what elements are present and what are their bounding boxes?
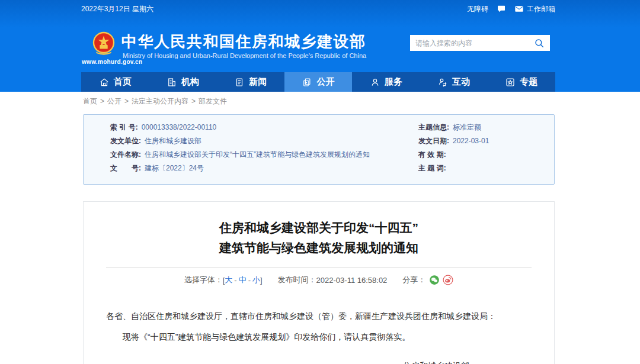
special-topic-icon <box>505 77 516 88</box>
article-meta-row: 选择字体：[大-中-小] 发布时间：2022-03-11 16:58:02 分享… <box>106 275 532 285</box>
article-container: 住房和城乡建设部关于印发“十四五” 建筑节能与绿色建筑发展规划的通知 选择字体：… <box>83 201 555 364</box>
nav-item-news[interactable]: 新闻 <box>217 72 284 92</box>
title-divider <box>106 267 532 268</box>
font-size-large[interactable]: 大 <box>225 275 232 285</box>
nav-item-home[interactable]: 首页 <box>81 72 149 92</box>
current-date: 2022年3月12日 星期六 <box>81 4 153 14</box>
font-size-medium[interactable]: 中 <box>239 275 247 285</box>
interaction-icon <box>437 77 448 88</box>
paragraph-addressees: 各省、自治区住房和城乡建设厅，直辖市住房和城乡建设（管）委，新疆生产建设兵团住房… <box>106 310 532 322</box>
search-input[interactable] <box>415 39 534 47</box>
article-body: 各省、自治区住房和城乡建设厅，直辖市住房和城乡建设（管）委，新疆生产建设兵团住房… <box>106 310 532 343</box>
accessibility-link[interactable]: 无障碍 <box>467 4 488 14</box>
info-row-index-number: 索 引 号:000013338/2022-00110 <box>110 124 418 131</box>
doc-info-right-column: 主题信息:标准定额 发文日期:2022-03-01 有 效 期: 主 题 词: <box>418 124 554 184</box>
paragraph-main: 现将《“十四五”建筑节能与绿色建筑发展规划》印发给你们，请认真贯彻落实。 <box>106 331 532 343</box>
mail-icon <box>514 4 524 14</box>
nav-item-organization[interactable]: 机构 <box>149 72 216 92</box>
share-label: 分享： <box>402 275 425 285</box>
publish-time-label: 发布时间： <box>278 275 316 285</box>
home-icon <box>99 77 110 88</box>
nav-item-special-topic[interactable]: 专题 <box>488 72 555 92</box>
search-box <box>410 35 550 51</box>
site-title: 中华人民共和国住房和城乡建设部 <box>121 31 366 52</box>
news-icon <box>234 77 245 88</box>
site-subtitle: Ministry of Housing and Urban-Rural Deve… <box>123 52 366 59</box>
weibo-icon[interactable] <box>443 275 453 285</box>
breadcrumb-statutory-disclosure[interactable]: 法定主动公开内容 <box>132 97 188 105</box>
signature-block: 住房和城乡建设部 2022年3月1日 <box>403 359 469 364</box>
document-info-box: 索 引 号:000013338/2022-00110 发文单位:住房和城乡建设部… <box>83 114 555 185</box>
breadcrumb-ministry-documents[interactable]: 部发文件 <box>199 97 227 105</box>
main-nav: 首页 机构 新闻 公开 服务 互动 专题 <box>81 72 555 92</box>
disclosure-icon <box>302 77 312 88</box>
topbar: 2022年3月12日 星期六 无障碍 工作邮箱 <box>81 0 555 18</box>
search-icon[interactable] <box>534 38 545 49</box>
service-icon <box>370 77 380 88</box>
nav-item-disclosure[interactable]: 公开 <box>284 72 352 92</box>
wechat-icon[interactable] <box>429 275 440 285</box>
breadcrumb-disclosure[interactable]: 公开 <box>107 97 121 105</box>
nav-item-service[interactable]: 服务 <box>352 72 420 92</box>
info-row-keywords: 主 题 词: <box>418 165 554 172</box>
doc-info-left-column: 索 引 号:000013338/2022-00110 发文单位:住房和城乡建设部… <box>110 124 418 184</box>
publish-time: 2022-03-11 16:58:02 <box>316 276 388 285</box>
signature-org: 住房和城乡建设部 <box>403 359 469 364</box>
comment-icon <box>497 4 506 14</box>
nav-item-interaction[interactable]: 互动 <box>420 72 487 92</box>
info-row-topic-info: 主题信息:标准定额 <box>418 124 554 131</box>
work-mailbox-link[interactable]: 工作邮箱 <box>514 4 555 14</box>
header-band: 2022年3月12日 星期六 无障碍 工作邮箱 www.mohurd.gov.c… <box>0 0 640 92</box>
breadcrumb: 首页>公开>法定主动公开内容>部发文件 <box>83 96 227 107</box>
comment-icon[interactable] <box>497 4 506 14</box>
site-url: www.mohurd.gov.cn <box>82 59 142 65</box>
info-row-document-number: 文 号:建标〔2022〕24号 <box>110 165 418 172</box>
font-select-label: 选择字体： <box>184 275 223 285</box>
info-row-issuing-unit: 发文单位:住房和城乡建设部 <box>110 137 418 145</box>
info-row-issue-date: 发文日期:2022-03-01 <box>418 137 554 145</box>
organization-icon <box>167 77 177 88</box>
breadcrumb-home[interactable]: 首页 <box>83 97 97 105</box>
font-size-small[interactable]: 小 <box>252 275 260 285</box>
article-title: 住房和城乡建设部关于印发“十四五” 建筑节能与绿色建筑发展规划的通知 <box>106 218 532 258</box>
national-emblem-icon <box>90 30 117 57</box>
info-row-validity-period: 有 效 期: <box>418 151 554 159</box>
info-row-document-name: 文件名称:住房和城乡建设部关于印发“十四五”建筑节能与绿色建筑发展规划的通知 <box>110 151 418 159</box>
